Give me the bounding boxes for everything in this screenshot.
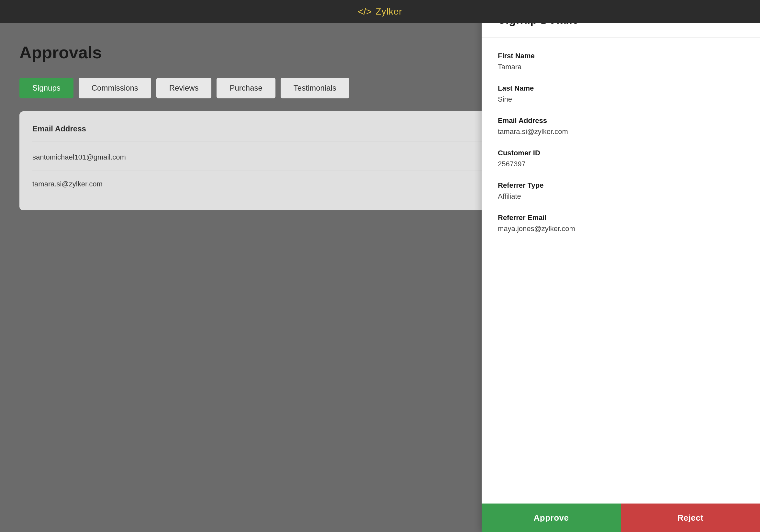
navbar: </> Zylker xyxy=(0,0,760,23)
detail-first-name: First Name Tamara xyxy=(498,52,744,71)
tab-reviews[interactable]: Reviews xyxy=(156,78,212,98)
label-email: Email Address xyxy=(498,116,744,125)
detail-referrer-type: Referrer Type Affiliate xyxy=(498,181,744,200)
brand-name: Zylker xyxy=(376,7,402,17)
value-last-name: Sine xyxy=(498,95,744,104)
value-referrer-type: Affiliate xyxy=(498,192,744,200)
col-header-email: Email Address xyxy=(32,124,482,133)
label-referrer-type: Referrer Type xyxy=(498,181,744,190)
value-referrer-email: maya.jones@zylker.com xyxy=(498,225,744,233)
tab-commissions[interactable]: Commissions xyxy=(79,78,151,98)
label-customer-id: Customer ID xyxy=(498,149,744,157)
row-email-1: santomichael101@gmail.com xyxy=(32,153,482,161)
detail-email: Email Address tamara.si@zylker.com xyxy=(498,116,744,136)
row-email-2: tamara.si@zylker.com xyxy=(32,180,482,188)
logo-icon: </> xyxy=(358,6,372,17)
brand: </> Zylker xyxy=(358,6,402,17)
value-email: tamara.si@zylker.com xyxy=(498,127,744,136)
approve-button[interactable]: Approve xyxy=(482,504,621,532)
tab-testimonials[interactable]: Testimonials xyxy=(281,78,349,98)
detail-referrer-email: Referrer Email maya.jones@zylker.com xyxy=(498,214,744,233)
detail-last-name: Last Name Sine xyxy=(498,84,744,104)
side-panel: Signup Details Referral ✕ First Name Tam… xyxy=(482,0,760,532)
tab-signups[interactable]: Signups xyxy=(20,78,73,98)
tab-purchase[interactable]: Purchase xyxy=(216,78,275,98)
label-last-name: Last Name xyxy=(498,84,744,93)
label-referrer-email: Referrer Email xyxy=(498,214,744,222)
panel-body: First Name Tamara Last Name Sine Email A… xyxy=(482,37,760,504)
label-first-name: First Name xyxy=(498,52,744,60)
value-first-name: Tamara xyxy=(498,63,744,71)
panel-footer: Approve Reject xyxy=(482,504,760,532)
reject-button[interactable]: Reject xyxy=(621,504,760,532)
detail-customer-id: Customer ID 2567397 xyxy=(498,149,744,168)
value-customer-id: 2567397 xyxy=(498,160,744,168)
